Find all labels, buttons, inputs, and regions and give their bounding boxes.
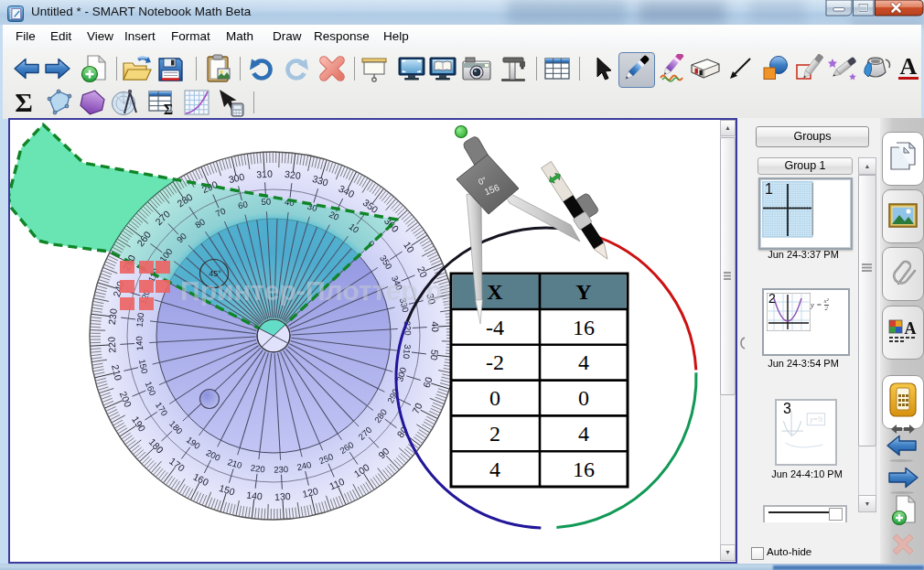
svg-text:Σ: Σ [164, 102, 173, 117]
svg-text:A: A [900, 54, 918, 80]
svg-text:y=½: y=½ [809, 415, 822, 424]
svg-text:4: 4 [489, 457, 500, 481]
svg-text:2: 2 [489, 422, 500, 446]
svg-text:4: 4 [578, 422, 589, 446]
svg-text:140: 140 [134, 336, 145, 350]
svg-text:16: 16 [573, 457, 595, 481]
svg-text:Y: Y [575, 280, 591, 304]
svg-text:130: 130 [134, 312, 146, 328]
svg-text:X: X [487, 280, 503, 304]
svg-text:0: 0 [489, 386, 500, 410]
svg-text:220: 220 [250, 463, 265, 475]
svg-text:40: 40 [430, 321, 442, 332]
svg-text:310: 310 [402, 344, 414, 360]
svg-text:-2: -2 [486, 350, 504, 374]
svg-text:50: 50 [261, 196, 271, 207]
svg-text:310: 310 [256, 168, 273, 180]
svg-text:-4: -4 [486, 316, 504, 339]
svg-text:140: 140 [246, 489, 263, 502]
svg-text:16: 16 [573, 316, 595, 339]
svg-text:320: 320 [285, 168, 302, 181]
svg-text:Σ: Σ [15, 88, 33, 117]
svg-text:220: 220 [106, 337, 118, 353]
svg-text:A: A [905, 319, 917, 338]
svg-text:4: 4 [578, 350, 589, 374]
svg-text:130: 130 [274, 490, 291, 502]
svg-text:230: 230 [106, 307, 119, 325]
svg-text:0: 0 [578, 386, 589, 410]
svg-text:230: 230 [274, 464, 288, 475]
svg-text:50: 50 [428, 349, 440, 360]
